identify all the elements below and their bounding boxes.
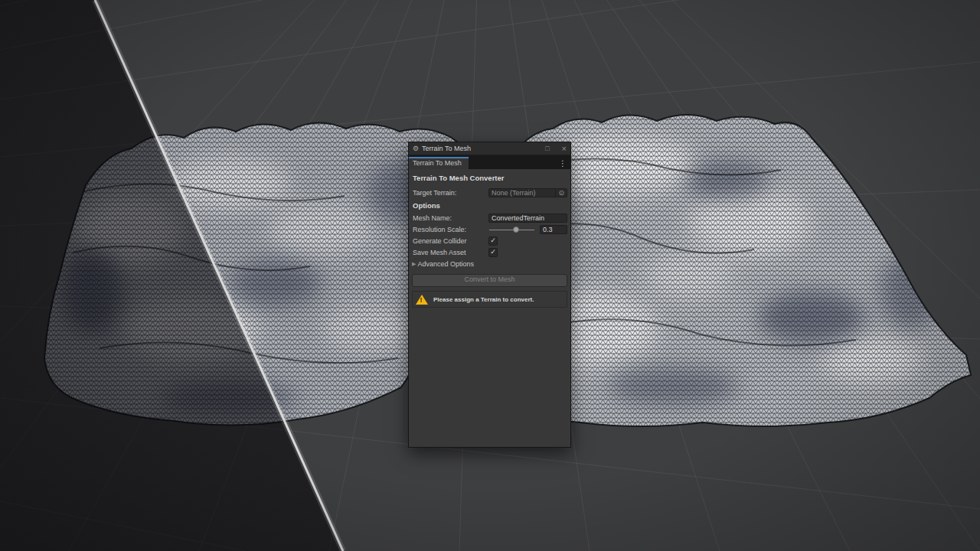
editor-viewport-screenshot: ⚙ Terrain To Mesh □ × Terrain To Mesh ⋮ …: [0, 0, 980, 551]
advanced-options-label: Advanced Options: [417, 260, 474, 268]
warning-icon: !: [416, 295, 428, 305]
resolution-scale-label: Resolution Scale:: [411, 226, 488, 233]
resolution-scale-control: 0.3: [488, 225, 567, 234]
maximize-button[interactable]: □: [545, 142, 549, 155]
advanced-options-foldout[interactable]: ▶ Advanced Options: [411, 259, 568, 269]
warning-helpbox: ! Please assign a Terrain to convert.: [412, 291, 567, 308]
foldout-arrow-icon: ▶: [411, 261, 417, 267]
options-header: Options: [413, 201, 568, 210]
resolution-scale-slider[interactable]: [488, 225, 537, 234]
target-terrain-row: Target Terrain: None (Terrain) ⊙: [411, 187, 568, 197]
convert-to-mesh-button[interactable]: Convert to Mesh: [412, 274, 567, 287]
close-button[interactable]: ×: [562, 142, 567, 155]
slider-handle[interactable]: [513, 227, 519, 233]
panel-header: Terrain To Mesh Converter: [413, 174, 568, 182]
warning-text: Please assign a Terrain to convert.: [433, 296, 534, 303]
tab-terrain-to-mesh[interactable]: Terrain To Mesh: [409, 157, 469, 169]
mesh-name-input[interactable]: ConvertedTerrain: [488, 214, 567, 223]
generate-collider-row: Generate Collider ✓: [411, 236, 568, 246]
target-terrain-object-field[interactable]: None (Terrain) ⊙: [488, 188, 567, 197]
target-terrain-label: Target Terrain:: [411, 189, 488, 197]
tab-strip: Terrain To Mesh ⋮: [409, 155, 570, 169]
object-picker-icon[interactable]: ⊙: [555, 189, 564, 197]
resolution-scale-value-field[interactable]: 0.3: [540, 225, 567, 234]
mesh-name-value: ConvertedTerrain: [492, 214, 544, 222]
mesh-name-row: Mesh Name: ConvertedTerrain: [411, 213, 568, 223]
target-terrain-value: None (Terrain): [492, 189, 536, 197]
generate-collider-checkbox[interactable]: ✓: [488, 236, 498, 246]
terrain-to-mesh-window: ⚙ Terrain To Mesh □ × Terrain To Mesh ⋮ …: [408, 142, 571, 448]
save-mesh-asset-label: Save Mesh Asset: [411, 249, 488, 256]
resolution-scale-row: Resolution Scale: 0.3: [411, 224, 568, 234]
generate-collider-label: Generate Collider: [411, 237, 488, 245]
resolution-scale-value: 0.3: [543, 226, 553, 233]
save-mesh-asset-checkbox[interactable]: ✓: [488, 248, 498, 257]
window-icon: ⚙: [413, 142, 419, 155]
window-titlebar[interactable]: ⚙ Terrain To Mesh □ ×: [409, 142, 570, 155]
panel-body: Terrain To Mesh Converter Target Terrain…: [409, 169, 570, 308]
tab-menu-icon[interactable]: ⋮: [559, 159, 570, 169]
warning-exclamation: !: [420, 296, 423, 304]
window-title: Terrain To Mesh: [422, 145, 471, 152]
slider-track: [489, 230, 534, 230]
save-mesh-asset-row: Save Mesh Asset ✓: [411, 247, 568, 257]
mesh-name-label: Mesh Name:: [411, 214, 488, 222]
